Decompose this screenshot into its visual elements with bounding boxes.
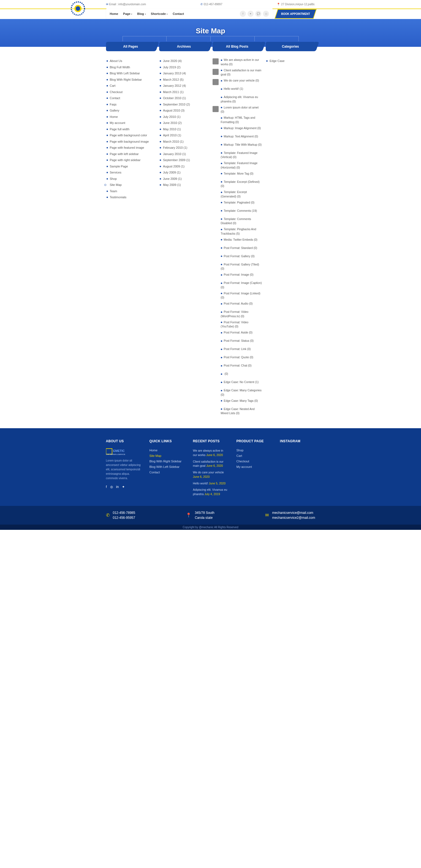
list-item[interactable]: September 2009 (1): [159, 157, 209, 163]
list-item[interactable]: Gallery: [106, 107, 156, 114]
blog-post-item[interactable]: Template: Comments Disabled (0): [213, 217, 262, 226]
footer-link[interactable]: Contact: [150, 469, 185, 475]
blog-post-item[interactable]: Hello world! (1): [213, 87, 262, 93]
blog-post-item[interactable]: Edge Case: Many Tags (0): [213, 399, 262, 405]
list-item[interactable]: Page with right sidebar: [106, 157, 156, 163]
topbar-phone[interactable]: ✆ 012-457-89897: [200, 3, 223, 6]
facebook-icon[interactable]: f: [106, 485, 107, 489]
list-item[interactable]: August 2009 (1): [159, 163, 209, 169]
list-item[interactable]: Faqs: [106, 101, 156, 108]
list-item[interactable]: May 2010 (1): [159, 126, 209, 132]
list-item[interactable]: Blog Full Width: [106, 64, 156, 70]
blog-post-item[interactable]: Post Format: Gallery (Tiled) (0): [213, 262, 262, 271]
blog-post-item[interactable]: We do care your vehicle (0): [213, 79, 262, 85]
footer-link[interactable]: Site Map: [150, 453, 185, 459]
blog-post-item[interactable]: Post Format: Aside (0): [213, 331, 262, 337]
list-item[interactable]: May 2009 (1): [159, 182, 209, 188]
list-item[interactable]: Page with left sidebar: [106, 151, 156, 157]
chat-icon[interactable]: 💬: [255, 11, 261, 17]
instagram-icon[interactable]: ◎: [110, 485, 113, 489]
twitter-icon[interactable]: ✦: [248, 11, 254, 17]
list-item[interactable]: October 2010 (1): [159, 95, 209, 101]
blog-post-item[interactable]: Post Format: Video (YouTube) (0): [213, 320, 262, 329]
list-item[interactable]: January 2012 (4): [159, 83, 209, 89]
list-item[interactable]: July 2010 (1): [159, 114, 209, 120]
book-appointment-button[interactable]: BOOK APPOINTMENT: [275, 9, 317, 19]
list-item[interactable]: Shop: [106, 176, 156, 182]
instagram-icon[interactable]: ◻: [263, 11, 269, 17]
list-item[interactable]: Sample Page: [106, 163, 156, 169]
list-item[interactable]: Home: [106, 114, 156, 120]
footer-link[interactable]: My account: [236, 464, 272, 469]
blog-post-item[interactable]: Post Format: Standard (0): [213, 246, 262, 252]
list-item[interactable]: July 2019 (2): [159, 64, 209, 70]
bottom-phone-2[interactable]: 012-456-95957: [113, 515, 135, 520]
list-item[interactable]: Checkout: [106, 89, 156, 95]
list-item[interactable]: Page full width: [106, 126, 156, 132]
blog-post-item[interactable]: (0): [213, 372, 262, 378]
list-item[interactable]: January 2013 (4): [159, 70, 209, 76]
blog-post-item[interactable]: Media: Twitter Embeds (0): [213, 238, 262, 244]
footer-link[interactable]: Shop: [236, 447, 272, 453]
list-item[interactable]: Page with featured image: [106, 145, 156, 151]
recent-post[interactable]: Client satisfaction is our main goal Jun…: [193, 459, 228, 469]
blog-post-item[interactable]: Post Format: Chat (0): [213, 364, 262, 370]
nav-contact[interactable]: Contact: [173, 12, 184, 16]
list-item[interactable]: My account: [106, 120, 156, 126]
blog-post-item[interactable]: Template: Featured Image (Horizontal) (0…: [213, 161, 262, 170]
list-item[interactable]: March 2010 (1): [159, 138, 209, 145]
blog-post-item[interactable]: Edge Case: No Content (1): [213, 380, 262, 386]
recent-post[interactable]: Hello world! June 5, 2020: [193, 480, 228, 487]
blog-post-item[interactable]: Markup: Text Alignment (0): [213, 134, 262, 141]
list-item[interactable]: Page with background color: [106, 132, 156, 138]
blog-post-item[interactable]: Post Format: Video (WordPress.tv) (0): [213, 310, 262, 319]
blog-post-item[interactable]: We are always active in our works (0): [213, 58, 262, 67]
tab-all-pages[interactable]: All Pages: [106, 42, 156, 51]
facebook-icon[interactable]: f: [240, 11, 246, 17]
list-item[interactable]: Cart: [106, 83, 156, 89]
blog-post-item[interactable]: Post Format: Image (Linked) (0): [213, 291, 262, 300]
blog-post-item[interactable]: Adipiscing elit. Vivamus eu pharetra (0): [213, 95, 262, 104]
list-item[interactable]: March 2011 (1): [159, 89, 209, 95]
blog-post-item[interactable]: Edge Case: Many Categories (0): [213, 388, 262, 397]
blog-post-item[interactable]: Client satisfaction is our main goal (0): [213, 68, 262, 77]
topbar-email[interactable]: ✉ Email : info@yourdomain.com: [106, 3, 146, 6]
twitter-icon[interactable]: ✦: [122, 485, 125, 489]
footer-link[interactable]: Cart: [236, 453, 272, 459]
list-item[interactable]: June 2020 (4): [159, 58, 209, 64]
nav-home[interactable]: Home: [110, 12, 119, 16]
blog-post-item[interactable]: Template: Paginated (0): [213, 200, 262, 207]
linkedin-icon[interactable]: in: [116, 485, 119, 489]
list-item[interactable]: June 2010 (2): [159, 120, 209, 126]
list-item[interactable]: September 2010 (2): [159, 101, 209, 108]
blog-post-item[interactable]: Markup: Image Alignment (0): [213, 126, 262, 133]
blog-post-item[interactable]: Post Format: Link (0): [213, 347, 262, 353]
list-item[interactable]: April 2010 (1): [159, 132, 209, 138]
blog-post-item[interactable]: Post Format: Image (0): [213, 273, 262, 279]
blog-post-item[interactable]: Template: Comments (19): [213, 209, 262, 215]
list-item[interactable]: Blog With Left Sidebar: [106, 70, 156, 76]
tab-all-blog-posts[interactable]: All Blog Posts: [213, 42, 262, 51]
blog-post-item[interactable]: Template: More Tag (0): [213, 172, 262, 178]
logo[interactable]: [70, 1, 86, 16]
footer-link[interactable]: Checkout: [236, 459, 272, 464]
nav-blog[interactable]: Blog: [137, 12, 145, 16]
list-item[interactable]: Contact: [106, 95, 156, 101]
blog-post-item[interactable]: Edge Case: Nested And Mixed Lists (0): [213, 407, 262, 416]
bottom-phone-1[interactable]: 012-456-78985: [113, 510, 135, 515]
footer-link[interactable]: Home: [150, 447, 185, 453]
blog-post-item[interactable]: Post Format: Image (Caption) (0): [213, 281, 262, 290]
footer-link[interactable]: Blog With Right Sidebar: [150, 459, 185, 464]
nav-shortcode[interactable]: Shortcode: [151, 12, 168, 16]
topbar-address[interactable]: 📍 27 Division,mirpur-12,pallbi.: [277, 3, 315, 6]
blog-post-item[interactable]: Post Format: Audio (0): [213, 302, 262, 308]
bottom-mail-1[interactable]: mechanicservice@mail.com: [272, 510, 315, 515]
list-item[interactable]: July 2009 (1): [159, 169, 209, 176]
recent-post[interactable]: We are always active in our works June 6…: [193, 447, 228, 459]
recent-post[interactable]: We do care your vehicle June 6, 2020: [193, 469, 228, 480]
blog-post-item[interactable]: Post Format: Gallery (0): [213, 254, 262, 261]
blog-post-item[interactable]: Template: Excerpt (Defined) (0): [213, 180, 262, 189]
footer-logo[interactable]: EMETICCAR REPAIR & SERVICE: [106, 447, 128, 455]
list-item[interactable]: Team: [106, 188, 156, 194]
blog-post-item[interactable]: Template: Excerpt (Generated) (0): [213, 190, 262, 199]
